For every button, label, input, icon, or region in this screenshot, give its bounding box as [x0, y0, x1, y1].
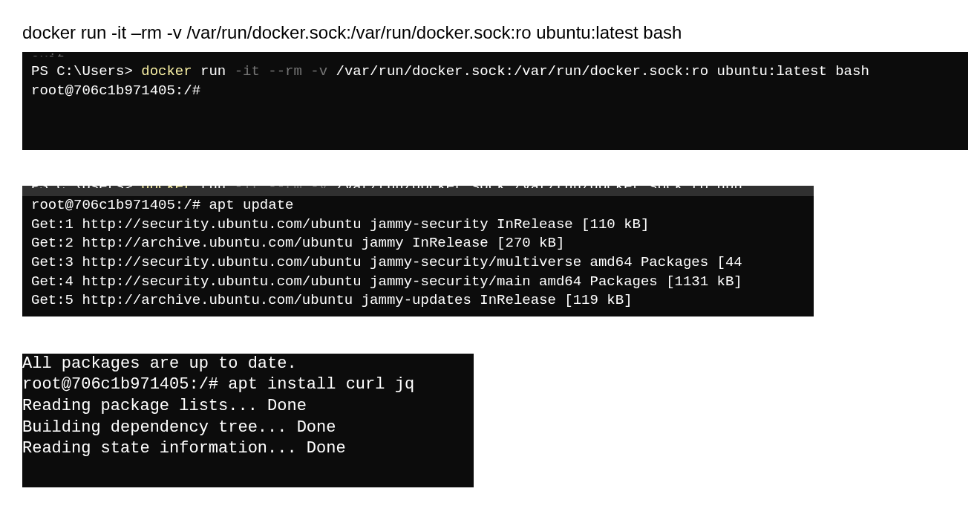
terminal-3-line5: Reading state information... Done [22, 439, 346, 458]
terminal-1-cmd-rest2: /var/run/docker.sock:/var/run/docker.soc… [327, 63, 869, 79]
terminal-2-line1-rest2: /var/run/docker.sock:/var/run/docker.soc… [327, 186, 742, 188]
terminal-2-line1-docker: docker [141, 186, 192, 188]
terminal-1-cmd-rest1: run [192, 63, 235, 79]
terminal-1-exit-fragment: exit [31, 52, 959, 56]
terminal-1-line2: root@706c1b971405:/# [31, 82, 200, 99]
terminal-2-line7: Get:5 http://archive.ubuntu.com/ubuntu j… [31, 292, 633, 308]
terminal-2-line4: Get:2 http://archive.ubuntu.com/ubuntu j… [31, 235, 564, 251]
terminal-2-line2: root@706c1b971405:/# apt update [31, 197, 293, 213]
page-title: docker run -it –rm -v /var/run/docker.so… [22, 22, 958, 43]
terminal-3-line3: Reading package lists... Done [22, 397, 307, 415]
terminal-1-cmd-flags: -it --rm -v [235, 63, 327, 79]
terminal-2-line1-rest1: run [192, 186, 235, 188]
terminal-2-line1-prompt: PS C:\Users> [31, 186, 141, 188]
terminal-3-line1: All packages are up to date. [22, 354, 297, 373]
terminal-1-prompt: PS C:\Users> [31, 63, 141, 79]
terminal-2-line5: Get:3 http://security.ubuntu.com/ubuntu … [31, 254, 742, 270]
terminal-2-line6: Get:4 http://security.ubuntu.com/ubuntu … [31, 273, 742, 290]
terminal-2-line1-flags: -it --rm -v [235, 186, 327, 188]
terminal-block-1: exitPS C:\Users> docker run -it --rm -v … [22, 52, 968, 150]
terminal-3-line2: root@706c1b971405:/# apt install curl jq [22, 375, 414, 394]
terminal-block-3: All packages are up to date. root@706c1b… [22, 354, 474, 487]
terminal-1-cmd-docker: docker [141, 63, 192, 79]
terminal-2-line3: Get:1 http://security.ubuntu.com/ubuntu … [31, 216, 649, 233]
terminal-3-line4: Building dependency tree... Done [22, 418, 336, 437]
terminal-block-2: PS C:\Users> docker run -it --rm -v /var… [22, 186, 814, 316]
